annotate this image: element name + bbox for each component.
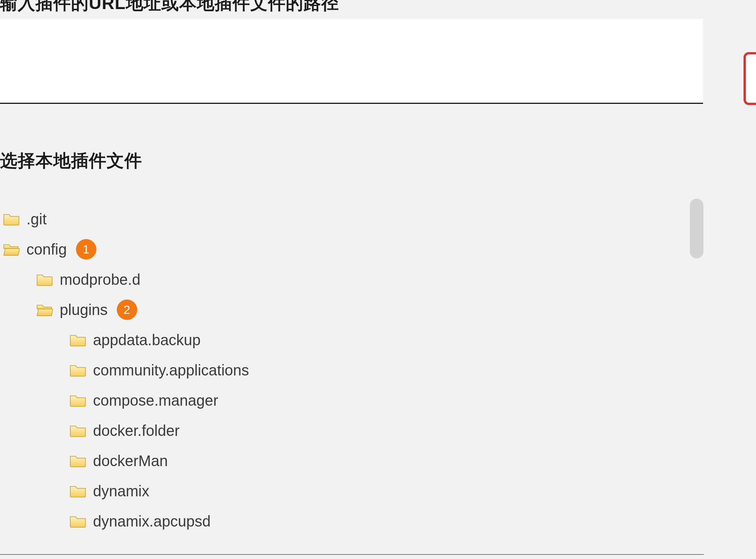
annotation-badge-2: 2 bbox=[117, 300, 137, 320]
tree-item-label: community.applications bbox=[93, 363, 249, 378]
tree-item-label: dockerMan bbox=[93, 453, 168, 468]
folder-open-icon bbox=[3, 242, 20, 256]
tree-item-label: dynamix bbox=[93, 483, 149, 499]
folder-closed-icon bbox=[70, 454, 86, 468]
page-heading-url-prompt: 输入插件的URL地址或本地插件文件的路径 bbox=[0, 0, 339, 15]
tree-item-label: compose.manager bbox=[93, 393, 218, 408]
tree-item-modprobe-d[interactable]: modprobe.d bbox=[3, 264, 676, 295]
folder-closed-icon bbox=[70, 394, 86, 407]
tree-item-docker-folder[interactable]: docker.folder bbox=[3, 415, 676, 446]
tree-item-label: plugins bbox=[60, 302, 108, 317]
tree-item-community-applications[interactable]: community.applications bbox=[3, 355, 676, 385]
annotation-badge-1: 1 bbox=[76, 239, 96, 259]
folder-closed-icon bbox=[70, 333, 86, 347]
folder-closed-icon bbox=[3, 212, 20, 226]
tree-item-compose-manager[interactable]: compose.manager bbox=[3, 385, 676, 415]
tree-item-appdata-backup[interactable]: appdata.backup bbox=[3, 325, 676, 355]
tree-item-config[interactable]: config1 bbox=[3, 234, 676, 264]
divider-line bbox=[0, 554, 704, 555]
folder-closed-icon bbox=[70, 424, 86, 437]
file-tree: .gitconfig1modprobe.dplugins2appdata.bac… bbox=[3, 204, 676, 536]
tree-item-dynamix-apcupsd[interactable]: dynamix.apcupsd bbox=[3, 506, 676, 536]
tree-item-plugins[interactable]: plugins2 bbox=[3, 295, 676, 325]
tree-item-label: .git bbox=[26, 212, 46, 227]
tree-item--git[interactable]: .git bbox=[3, 204, 676, 234]
tree-item-label: dynamix.apcupsd bbox=[93, 514, 211, 529]
tree-item-label: docker.folder bbox=[93, 423, 180, 438]
folder-open-icon bbox=[36, 303, 53, 317]
folder-closed-icon bbox=[70, 363, 86, 377]
tree-item-dynamix[interactable]: dynamix bbox=[3, 476, 676, 506]
tree-scrollbar-thumb[interactable] bbox=[690, 199, 703, 258]
tree-item-dockerman[interactable]: dockerMan bbox=[3, 446, 676, 476]
folder-closed-icon bbox=[70, 514, 86, 528]
plugin-url-input[interactable] bbox=[0, 19, 703, 104]
section-heading-choose-local: 选择本地插件文件 bbox=[0, 149, 142, 173]
tree-item-label: config bbox=[26, 242, 67, 257]
tree-item-label: appdata.backup bbox=[93, 332, 201, 347]
folder-closed-icon bbox=[70, 484, 86, 498]
install-button-edge[interactable] bbox=[744, 52, 756, 105]
tree-item-label: modprobe.d bbox=[60, 272, 140, 287]
folder-closed-icon bbox=[36, 273, 53, 286]
